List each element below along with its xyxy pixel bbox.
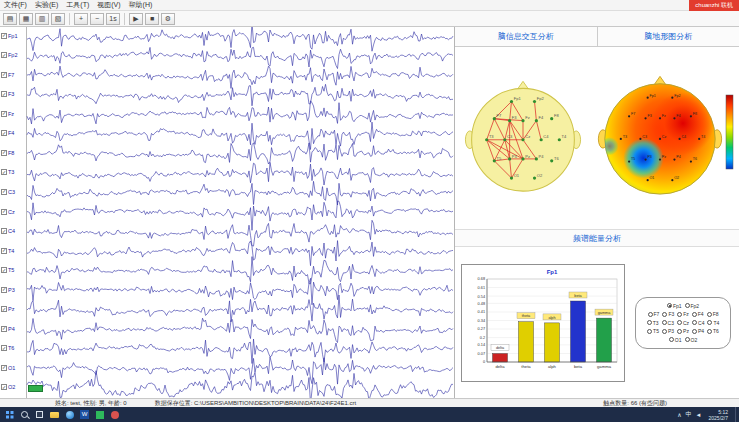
svg-text:F3: F3 xyxy=(647,114,651,118)
electrode-radio-F4[interactable]: F4 xyxy=(692,311,704,317)
timebase-button[interactable]: 1s xyxy=(106,13,120,25)
channel-checkbox-P4[interactable]: ✓ xyxy=(1,326,7,332)
electrode-radio-Fp1[interactable]: Fp1 xyxy=(667,303,682,309)
import-button[interactable]: ▥ xyxy=(35,13,49,25)
start-icon[interactable] xyxy=(2,407,17,422)
channel-row-C3: ✓C3 xyxy=(1,189,15,195)
radio-icon xyxy=(707,312,712,317)
channel-checkbox-Fp1[interactable]: ✓ xyxy=(1,33,7,39)
menu-item-1[interactable]: 实验(E) xyxy=(31,0,62,10)
task-view-icon[interactable] xyxy=(32,407,47,422)
channel-checkbox-Fz[interactable]: ✓ xyxy=(1,111,7,117)
channel-checkbox-F4[interactable]: ✓ xyxy=(1,130,7,136)
electrode-row: Fp1Fp2 xyxy=(639,303,727,309)
radio-icon xyxy=(707,320,712,325)
channel-checkbox-O2[interactable]: ✓ xyxy=(1,384,7,390)
zoom-in-button[interactable]: + xyxy=(74,13,88,25)
electrode-radio-T6[interactable]: T6 xyxy=(707,328,719,334)
electrode-radio-C3[interactable]: C3 xyxy=(662,320,674,326)
channel-row-F3: ✓F3 xyxy=(1,91,14,97)
app-green-icon[interactable] xyxy=(92,407,107,422)
zoom-out-button[interactable]: − xyxy=(90,13,104,25)
chevron-up-icon[interactable]: ∧ xyxy=(677,411,681,418)
electrode-radio-Cz[interactable]: Cz xyxy=(677,320,689,326)
ime-indicator[interactable]: 中 xyxy=(686,410,692,419)
electrode-row: O1O2 xyxy=(639,337,727,343)
show-desktop-button[interactable] xyxy=(735,407,737,422)
svg-text:F7: F7 xyxy=(631,112,635,116)
play-button[interactable]: ▶ xyxy=(129,13,143,25)
electrode-radio-O1[interactable]: O1 xyxy=(669,337,682,343)
menu-bar: 文件(F)实验(E)工具(T)视图(V)帮助(H)chuanzhi 联机 xyxy=(0,0,739,11)
menu-item-0[interactable]: 文件(F) xyxy=(0,0,31,10)
electrode-radio-T4[interactable]: T4 xyxy=(707,320,719,326)
channel-checkbox-F7[interactable]: ✓ xyxy=(1,72,7,78)
taskbar-clock[interactable]: 5:12 2025/2/7 xyxy=(709,409,728,421)
menu-item-4[interactable]: 帮助(H) xyxy=(125,0,157,10)
channel-row-Fp2: ✓Fp2 xyxy=(1,52,17,58)
electrode-radio-label: T6 xyxy=(713,328,719,334)
app-red-icon[interactable] xyxy=(107,407,122,422)
electrode-radio-label: Pz xyxy=(683,328,689,334)
electrode-radio-label: C3 xyxy=(668,320,674,326)
radio-icon xyxy=(648,312,653,317)
remote-assist-badge[interactable]: chuanzhi 联机 xyxy=(689,0,739,11)
channel-checkbox-P3[interactable]: ✓ xyxy=(1,287,7,293)
electrode-radio-T5[interactable]: T5 xyxy=(647,328,659,334)
electrode-radio-C4[interactable]: C4 xyxy=(692,320,704,326)
channel-checkbox-Fp2[interactable]: ✓ xyxy=(1,52,7,58)
channel-row-T5: ✓T5 xyxy=(1,267,14,273)
topography-head: Fp1Fp2F7F3FzF4F8T3C3CzC4T4T5P3PzP4T6O1O2 xyxy=(591,72,729,204)
save-button[interactable]: ▦ xyxy=(19,13,33,25)
channel-label: F4 xyxy=(8,130,14,136)
radio-icon xyxy=(662,312,667,317)
file-explorer-icon[interactable] xyxy=(47,407,62,422)
radio-icon xyxy=(692,329,697,334)
electrode-radio-O2[interactable]: O2 xyxy=(685,337,698,343)
electrode-radio-T3[interactable]: T3 xyxy=(647,320,659,326)
channel-checkbox-O1[interactable]: ✓ xyxy=(1,365,7,371)
svg-text:alph: alph xyxy=(548,315,555,319)
search-icon[interactable] xyxy=(17,407,32,422)
electrode-radio-F7[interactable]: F7 xyxy=(648,311,660,317)
menu-item-2[interactable]: 工具(T) xyxy=(62,0,93,10)
word-icon[interactable]: W xyxy=(77,407,92,422)
electrode-radio-Fz[interactable]: Fz xyxy=(677,311,689,317)
channel-checkbox-T3[interactable]: ✓ xyxy=(1,169,7,175)
channel-checkbox-T4[interactable]: ✓ xyxy=(1,248,7,254)
channel-row-F8: ✓F8 xyxy=(1,150,14,156)
toolbar: ▤▦▥▧+−1s▶■⚙ xyxy=(0,11,739,27)
settings-button[interactable]: ⚙ xyxy=(161,13,175,25)
channel-row-T4: ✓T4 xyxy=(1,248,14,254)
electrode-radio-P4[interactable]: P4 xyxy=(692,328,704,334)
svg-text:O1: O1 xyxy=(650,176,655,180)
svg-text:0.27: 0.27 xyxy=(478,327,485,331)
browser-icon[interactable] xyxy=(62,407,77,422)
tab-brain-interaction[interactable]: 脑信息交互分析 xyxy=(455,27,597,46)
channel-checkbox-F3[interactable]: ✓ xyxy=(1,91,7,97)
svg-text:Pz: Pz xyxy=(662,155,666,159)
channel-label: T3 xyxy=(8,169,14,175)
electrode-radio-F8[interactable]: F8 xyxy=(707,311,719,317)
channel-row-T3: ✓T3 xyxy=(1,169,14,175)
open-file-button[interactable]: ▤ xyxy=(3,13,17,25)
export-button[interactable]: ▧ xyxy=(51,13,65,25)
electrode-radio-Pz[interactable]: Pz xyxy=(677,328,689,334)
channel-row-T6: ✓T6 xyxy=(1,345,14,351)
stop-button[interactable]: ■ xyxy=(145,13,159,25)
channel-checkbox-F8[interactable]: ✓ xyxy=(1,150,7,156)
channel-checkbox-T5[interactable]: ✓ xyxy=(1,267,7,273)
tab-brain-topography[interactable]: 脑地形图分析 xyxy=(597,27,739,46)
channel-row-C4: ✓C4 xyxy=(1,228,15,234)
volume-icon[interactable]: ◄ xyxy=(696,412,702,418)
channel-checkbox-C3[interactable]: ✓ xyxy=(1,189,7,195)
channel-checkbox-Cz[interactable]: ✓ xyxy=(1,209,7,215)
electrode-radio-F3[interactable]: F3 xyxy=(662,311,674,317)
svg-text:beta: beta xyxy=(574,293,582,297)
menu-item-3[interactable]: 视图(V) xyxy=(93,0,124,10)
channel-checkbox-T6[interactable]: ✓ xyxy=(1,345,7,351)
electrode-radio-Fp2[interactable]: Fp2 xyxy=(685,303,700,309)
channel-checkbox-Pz[interactable]: ✓ xyxy=(1,306,7,312)
electrode-radio-P3[interactable]: P3 xyxy=(662,328,674,334)
channel-checkbox-C4[interactable]: ✓ xyxy=(1,228,7,234)
